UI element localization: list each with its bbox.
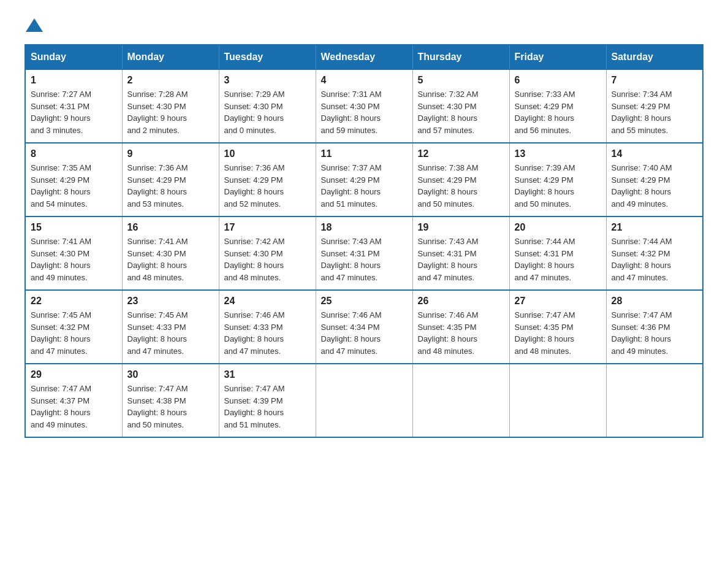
day-number: 31 (224, 369, 311, 380)
day-info: Sunrise: 7:41 AMSunset: 4:30 PMDaylight:… (31, 236, 117, 283)
day-number: 15 (31, 222, 117, 233)
day-info: Sunrise: 7:34 AMSunset: 4:29 PMDaylight:… (612, 88, 698, 136)
day-info: Sunrise: 7:45 AMSunset: 4:32 PMDaylight:… (31, 309, 117, 357)
day-info: Sunrise: 7:46 AMSunset: 4:35 PMDaylight:… (418, 309, 504, 357)
day-number: 17 (224, 222, 311, 233)
calendar-cell: 20Sunrise: 7:44 AMSunset: 4:31 PMDayligh… (509, 216, 606, 290)
calendar-cell: 24Sunrise: 7:46 AMSunset: 4:33 PMDayligh… (219, 290, 316, 364)
day-number: 23 (127, 296, 214, 307)
day-info: Sunrise: 7:46 AMSunset: 4:34 PMDaylight:… (321, 309, 408, 357)
calendar-header-tuesday: Tuesday (219, 45, 316, 69)
day-info: Sunrise: 7:46 AMSunset: 4:33 PMDaylight:… (224, 309, 311, 357)
day-number: 13 (515, 148, 601, 159)
day-info: Sunrise: 7:27 AMSunset: 4:31 PMDaylight:… (31, 88, 117, 136)
calendar-cell: 7Sunrise: 7:34 AMSunset: 4:29 PMDaylight… (606, 69, 703, 143)
day-number: 24 (224, 296, 311, 307)
calendar-cell: 26Sunrise: 7:46 AMSunset: 4:35 PMDayligh… (412, 290, 509, 364)
calendar-cell: 6Sunrise: 7:33 AMSunset: 4:29 PMDaylight… (509, 69, 606, 143)
day-number: 29 (31, 369, 117, 380)
day-info: Sunrise: 7:28 AMSunset: 4:30 PMDaylight:… (127, 88, 214, 136)
day-info: Sunrise: 7:36 AMSunset: 4:29 PMDaylight:… (127, 162, 214, 210)
calendar-cell: 4Sunrise: 7:31 AMSunset: 4:30 PMDaylight… (316, 69, 412, 143)
day-number: 21 (612, 222, 698, 233)
day-number: 8 (31, 148, 117, 159)
day-info: Sunrise: 7:32 AMSunset: 4:30 PMDaylight:… (418, 88, 504, 136)
calendar-cell: 25Sunrise: 7:46 AMSunset: 4:34 PMDayligh… (316, 290, 412, 364)
calendar-cell (509, 364, 606, 437)
calendar-cell: 23Sunrise: 7:45 AMSunset: 4:33 PMDayligh… (122, 290, 219, 364)
day-number: 25 (321, 296, 408, 307)
day-info: Sunrise: 7:38 AMSunset: 4:29 PMDaylight:… (418, 162, 504, 210)
day-number: 9 (127, 148, 214, 159)
logo-triangle-icon (26, 18, 43, 32)
calendar-cell: 10Sunrise: 7:36 AMSunset: 4:29 PMDayligh… (219, 143, 316, 216)
day-info: Sunrise: 7:33 AMSunset: 4:29 PMDaylight:… (515, 88, 601, 136)
day-number: 12 (418, 148, 504, 159)
calendar-cell: 18Sunrise: 7:43 AMSunset: 4:31 PMDayligh… (316, 216, 412, 290)
day-info: Sunrise: 7:44 AMSunset: 4:32 PMDaylight:… (612, 236, 698, 283)
day-info: Sunrise: 7:39 AMSunset: 4:29 PMDaylight:… (515, 162, 601, 210)
calendar-cell: 22Sunrise: 7:45 AMSunset: 4:32 PMDayligh… (25, 290, 122, 364)
calendar-header-friday: Friday (509, 45, 606, 69)
logo-text (25, 18, 44, 32)
day-number: 26 (418, 296, 504, 307)
calendar-cell (316, 364, 412, 437)
day-info: Sunrise: 7:44 AMSunset: 4:31 PMDaylight:… (515, 236, 601, 283)
day-number: 18 (321, 222, 408, 233)
day-info: Sunrise: 7:35 AMSunset: 4:29 PMDaylight:… (31, 162, 117, 210)
calendar-header-saturday: Saturday (606, 45, 703, 69)
day-number: 10 (224, 148, 311, 159)
day-info: Sunrise: 7:45 AMSunset: 4:33 PMDaylight:… (127, 309, 214, 357)
calendar-cell (412, 364, 509, 437)
calendar-cell: 16Sunrise: 7:41 AMSunset: 4:30 PMDayligh… (122, 216, 219, 290)
calendar-week-row: 1Sunrise: 7:27 AMSunset: 4:31 PMDaylight… (25, 69, 703, 143)
calendar-cell: 13Sunrise: 7:39 AMSunset: 4:29 PMDayligh… (509, 143, 606, 216)
calendar-cell: 9Sunrise: 7:36 AMSunset: 4:29 PMDaylight… (122, 143, 219, 216)
calendar-cell: 8Sunrise: 7:35 AMSunset: 4:29 PMDaylight… (25, 143, 122, 216)
calendar-cell: 31Sunrise: 7:47 AMSunset: 4:39 PMDayligh… (219, 364, 316, 437)
logo (25, 18, 44, 32)
calendar-cell: 12Sunrise: 7:38 AMSunset: 4:29 PMDayligh… (412, 143, 509, 216)
day-number: 28 (612, 296, 698, 307)
day-number: 3 (224, 75, 311, 86)
day-number: 22 (31, 296, 117, 307)
day-info: Sunrise: 7:36 AMSunset: 4:29 PMDaylight:… (224, 162, 311, 210)
calendar-week-row: 22Sunrise: 7:45 AMSunset: 4:32 PMDayligh… (25, 290, 703, 364)
calendar-cell (606, 364, 703, 437)
day-number: 6 (515, 75, 601, 86)
calendar-cell: 1Sunrise: 7:27 AMSunset: 4:31 PMDaylight… (25, 69, 122, 143)
calendar-cell: 21Sunrise: 7:44 AMSunset: 4:32 PMDayligh… (606, 216, 703, 290)
day-number: 20 (515, 222, 601, 233)
calendar-cell: 2Sunrise: 7:28 AMSunset: 4:30 PMDaylight… (122, 69, 219, 143)
day-info: Sunrise: 7:47 AMSunset: 4:39 PMDaylight:… (224, 383, 311, 431)
calendar-week-row: 29Sunrise: 7:47 AMSunset: 4:37 PMDayligh… (25, 364, 703, 437)
day-number: 30 (127, 369, 214, 380)
calendar-cell: 11Sunrise: 7:37 AMSunset: 4:29 PMDayligh… (316, 143, 412, 216)
day-number: 7 (612, 75, 698, 86)
calendar-header-thursday: Thursday (412, 45, 509, 69)
page-header (25, 18, 703, 32)
calendar-table: SundayMondayTuesdayWednesdayThursdayFrid… (25, 44, 703, 438)
calendar-cell: 3Sunrise: 7:29 AMSunset: 4:30 PMDaylight… (219, 69, 316, 143)
day-number: 14 (612, 148, 698, 159)
day-info: Sunrise: 7:40 AMSunset: 4:29 PMDaylight:… (612, 162, 698, 210)
day-info: Sunrise: 7:47 AMSunset: 4:38 PMDaylight:… (127, 383, 214, 431)
day-number: 16 (127, 222, 214, 233)
day-info: Sunrise: 7:43 AMSunset: 4:31 PMDaylight:… (418, 236, 504, 283)
calendar-header-row: SundayMondayTuesdayWednesdayThursdayFrid… (25, 45, 703, 69)
calendar-header-sunday: Sunday (25, 45, 122, 69)
calendar-cell: 5Sunrise: 7:32 AMSunset: 4:30 PMDaylight… (412, 69, 509, 143)
calendar-header-wednesday: Wednesday (316, 45, 412, 69)
day-info: Sunrise: 7:37 AMSunset: 4:29 PMDaylight:… (321, 162, 408, 210)
day-info: Sunrise: 7:42 AMSunset: 4:30 PMDaylight:… (224, 236, 311, 283)
calendar-cell: 29Sunrise: 7:47 AMSunset: 4:37 PMDayligh… (25, 364, 122, 437)
day-info: Sunrise: 7:47 AMSunset: 4:36 PMDaylight:… (612, 309, 698, 357)
day-info: Sunrise: 7:43 AMSunset: 4:31 PMDaylight:… (321, 236, 408, 283)
day-info: Sunrise: 7:41 AMSunset: 4:30 PMDaylight:… (127, 236, 214, 283)
calendar-week-row: 8Sunrise: 7:35 AMSunset: 4:29 PMDaylight… (25, 143, 703, 216)
day-info: Sunrise: 7:31 AMSunset: 4:30 PMDaylight:… (321, 88, 408, 136)
day-number: 5 (418, 75, 504, 86)
day-number: 27 (515, 296, 601, 307)
calendar-week-row: 15Sunrise: 7:41 AMSunset: 4:30 PMDayligh… (25, 216, 703, 290)
calendar-cell: 30Sunrise: 7:47 AMSunset: 4:38 PMDayligh… (122, 364, 219, 437)
